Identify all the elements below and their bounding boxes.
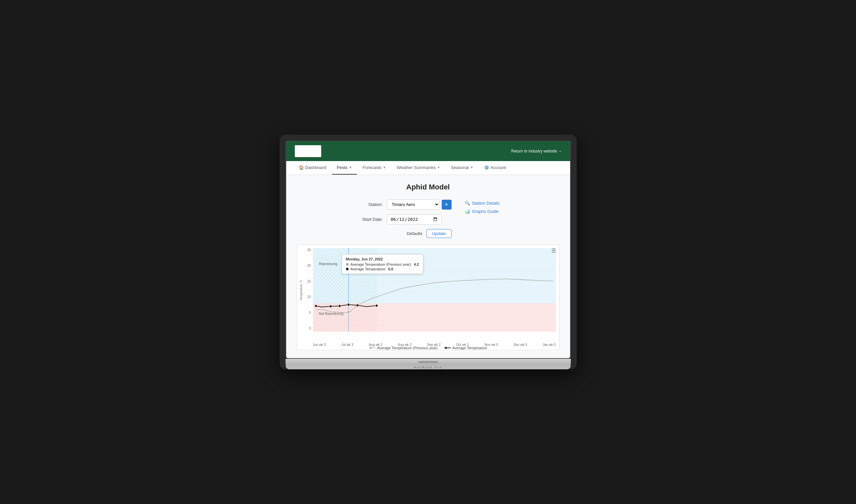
chart-menu-icon[interactable]: ☰ [551,248,556,254]
chart-tooltip: Monday, Jun 27, 2022 Average Temperature… [342,254,423,274]
logo-icon: FAR [298,146,318,156]
nav-weather[interactable]: Weather Summaries ▼ [392,161,445,175]
station-select-wrap: Timaru Aero ✈ [387,199,451,210]
station-row: Station: Timaru Aero ✈ [357,199,451,210]
legend-prev-year: Average Temperature (Previous year) [369,346,438,350]
return-link[interactable]: Return to industry website → [511,149,562,154]
search-icon: 🔍 [465,201,470,205]
tooltip-date: Monday, Jun 27, 2022 [346,257,419,261]
page-title: Aphid Model [297,183,559,192]
svg-text:FAR: FAR [304,149,312,154]
logo: FAR [294,145,322,158]
svg-point-15 [338,305,341,307]
graphs-guide-link[interactable]: 📊 Graphs Guide [465,209,500,214]
seasonal-caret: ▼ [470,166,474,169]
station-label: Station: [357,202,383,207]
start-date-row: Start Date: [357,214,451,224]
y-axis: 25 20 15 10 5 0 [297,248,313,330]
tooltip-prev-dot [346,263,349,266]
tooltip-current-dot [346,268,349,270]
form-fields: Station: Timaru Aero ✈ Start Date: [357,199,451,238]
start-date-input[interactable] [387,214,442,224]
chart-icon: 📊 [465,209,470,214]
svg-point-13 [315,305,317,307]
station-select[interactable]: Timaru Aero [387,199,440,210]
svg-text:Reproducing: Reproducing [319,262,337,266]
svg-point-17 [356,304,358,307]
nav-forecasts[interactable]: Forecasts ▼ [358,161,391,175]
home-icon: 🏠 [299,165,304,170]
sidebar-links: 🔍 Station Details 📊 Graphs Guide [465,199,500,214]
nav-pests[interactable]: Pests ▼ [332,161,357,175]
station-details-link[interactable]: 🔍 Station Details [465,201,500,205]
svg-point-19 [347,311,350,313]
nav-account[interactable]: ⚙️ Account [479,161,511,175]
header-bar: FAR Return to industry website → [286,141,570,161]
laptop-foot: MacBook Pro [286,365,571,369]
update-button[interactable]: Update [427,229,451,238]
locate-button[interactable]: ✈ [442,200,451,210]
chart-legend: Average Temperature (Previous year) Aver… [369,346,487,350]
main-content: Aphid Model Station: Timaru Aero ✈ [286,175,570,358]
pests-caret: ▼ [349,166,352,169]
nav-bar: 🏠 Dashboard Pests ▼ Forecasts ▼ Weather … [286,161,570,175]
laptop-base [286,359,571,365]
form-section: Station: Timaru Aero ✈ Start Date: [297,199,559,238]
gear-icon: ⚙️ [484,165,489,170]
tooltip-prev-year: Average Temperature (Previous year): 4.2 [346,263,419,266]
start-date-label: Start Date: [357,217,383,222]
laptop-notch [418,361,438,363]
location-icon: ✈ [445,202,448,207]
svg-point-16 [347,303,350,306]
forecasts-caret: ▼ [383,166,386,169]
svg-point-18 [375,304,378,307]
tooltip-current: Average Temperature: 6.0 [346,267,419,271]
chart-container: ☰ Temperature °C 25 20 15 10 5 0 [297,245,559,350]
weather-caret: ▼ [437,166,440,169]
nav-dashboard[interactable]: 🏠 Dashboard [294,161,331,175]
nav-seasonal[interactable]: Seasonal ▼ [446,161,478,175]
svg-point-14 [329,305,332,308]
legend-current: Average Temperature [444,346,487,350]
defaults-label: Defaults [407,231,423,236]
defaults-row: Defaults Update [357,229,451,238]
svg-rect-10 [348,303,376,332]
